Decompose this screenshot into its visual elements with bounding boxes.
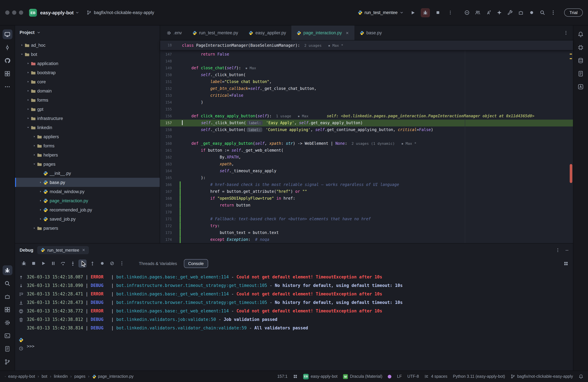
- code-line-174[interactable]: 174 except Exception: # noqa: [160, 236, 573, 243]
- ai-sparkle-icon[interactable]: [495, 8, 504, 17]
- notifications-icon[interactable]: [576, 29, 586, 39]
- tab-page_interaction.py[interactable]: page_interaction.py: [291, 25, 354, 40]
- tab-.env[interactable]: .env: [161, 25, 187, 40]
- run-button[interactable]: [408, 8, 418, 17]
- tree-item-page_interaction.py[interactable]: page_interaction.py: [15, 196, 160, 205]
- tree-item-pages[interactable]: pages: [15, 159, 160, 169]
- tree-item-__init__.py[interactable]: __init__.py: [15, 169, 160, 178]
- tree-chevron-icon[interactable]: [25, 125, 31, 130]
- code-line-156[interactable]: 156 def click_easy_apply_button(self): 1…: [160, 113, 573, 120]
- code-line-167[interactable]: 167 href = button.get_attribute("href") …: [160, 188, 573, 195]
- tree-chevron-icon[interactable]: [19, 42, 24, 48]
- tree-item-linkedin[interactable]: linkedin: [15, 123, 160, 132]
- python-console-icon[interactable]: [17, 336, 24, 344]
- close-window-icon[interactable]: [5, 10, 9, 15]
- tree-chevron-icon[interactable]: [31, 134, 37, 139]
- tree-chevron-icon[interactable]: [25, 106, 31, 112]
- tree-item-recommended_job.py[interactable]: recommended_job.py: [15, 205, 160, 214]
- tree-item-bot[interactable]: bot: [15, 50, 160, 59]
- tree-chevron-icon[interactable]: [31, 226, 37, 231]
- code-line-151[interactable]: 151 label="Close chat button",: [160, 78, 573, 85]
- breadcrumb-item[interactable]: pages: [74, 374, 85, 379]
- stripe-mark[interactable]: [570, 54, 572, 55]
- code-line-159[interactable]: 159: [160, 133, 573, 140]
- more-tool-windows-icon[interactable]: [2, 82, 12, 91]
- debug-button[interactable]: [421, 8, 430, 17]
- close-tab-icon[interactable]: [345, 31, 349, 35]
- debugger-icon[interactable]: [2, 265, 12, 275]
- step-into-icon[interactable]: [69, 259, 77, 267]
- code-line-153[interactable]: 153 critical=False: [160, 92, 573, 99]
- project-icon[interactable]: [2, 29, 12, 39]
- view-breakpoints-icon[interactable]: [98, 259, 106, 267]
- code-line-150[interactable]: 150 self._click_button(: [160, 72, 573, 78]
- tree-item-bootstrap[interactable]: bootstrap: [15, 68, 160, 77]
- tree-chevron-icon[interactable]: [38, 198, 43, 203]
- tree-item-domain[interactable]: domain: [15, 86, 160, 95]
- ai-assistant-icon[interactable]: [576, 82, 586, 91]
- code-line-154[interactable]: 154 ): [160, 99, 573, 106]
- python-interpreter[interactable]: Python 3.11 (easy-apply-bot): [453, 374, 505, 379]
- settings-icon[interactable]: [2, 318, 12, 327]
- code-line-161[interactable]: 161 if button := self._get_web_element(: [160, 147, 573, 154]
- rerun-debug-icon[interactable]: [20, 259, 28, 267]
- run-config-selector[interactable]: run_test_mentee: [358, 10, 404, 15]
- status-indicator-icon[interactable]: [527, 8, 536, 17]
- code-line-169[interactable]: 169 return button: [160, 202, 573, 209]
- clear-all-icon[interactable]: [17, 315, 24, 324]
- step-out-icon[interactable]: [88, 259, 96, 267]
- more-options-icon[interactable]: [549, 8, 558, 17]
- step-over-icon[interactable]: [59, 259, 67, 267]
- color-scheme-dot-icon[interactable]: [388, 375, 392, 378]
- tree-chevron-icon[interactable]: [31, 143, 37, 148]
- code-line-163[interactable]: 163 xpath,: [160, 161, 573, 168]
- breadcrumb-item[interactable]: bot: [42, 374, 47, 379]
- code-line-172[interactable]: 172 try:: [160, 223, 573, 229]
- tree-chevron-icon[interactable]: [25, 61, 31, 66]
- tree-item-modal_window.py[interactable]: modal_window.py: [15, 187, 160, 196]
- project-selector[interactable]: easy-apply-bot: [40, 10, 80, 15]
- project-panel-header[interactable]: Project: [15, 25, 160, 39]
- print-icon[interactable]: [17, 307, 24, 315]
- tree-item-ad_hoc[interactable]: ad_hoc: [15, 41, 160, 50]
- soft-wrap-icon[interactable]: [17, 290, 24, 298]
- tree-chevron-icon[interactable]: [25, 97, 31, 103]
- code-line-158[interactable]: 158 self._click_button(label: 'Continue …: [160, 127, 573, 133]
- ai-chat-icon[interactable]: [576, 42, 586, 52]
- tree-chevron-icon[interactable]: [38, 189, 43, 194]
- window-controls[interactable]: [5, 10, 23, 15]
- editor-scrollbar[interactable]: [569, 50, 573, 243]
- file-encoding[interactable]: UTF-8: [407, 374, 419, 379]
- code-line-157[interactable]: 157 self._click_button(label: 'Easy Appl…: [160, 120, 573, 127]
- notifications-bell-icon[interactable]: [579, 374, 583, 379]
- search-everywhere-icon[interactable]: [538, 8, 547, 17]
- indent-setting[interactable]: 4 spaces: [424, 374, 447, 379]
- debug-session-tab[interactable]: run_test_mentee: [37, 246, 89, 254]
- theme-selector[interactable]: M Dracula (Material): [343, 374, 382, 379]
- down-the-stack-icon[interactable]: [17, 281, 24, 290]
- code-line-173[interactable]: 173 button_text = button.text: [160, 229, 573, 236]
- tree-chevron-icon[interactable]: [38, 180, 43, 185]
- code-line-166[interactable]: 166 # href-based check is the most relia…: [160, 181, 573, 188]
- breadcrumb-item[interactable]: easy-apply-bot: [8, 374, 35, 379]
- database-icon[interactable]: [576, 56, 586, 65]
- selection-grid-icon[interactable]: [293, 374, 298, 379]
- code-line-170[interactable]: 170: [160, 209, 573, 216]
- tree-chevron-icon[interactable]: [25, 79, 31, 84]
- tree-chevron-icon[interactable]: [19, 52, 24, 57]
- statusbar-project[interactable]: EB easy-apply-bot: [303, 374, 337, 379]
- version-control-icon[interactable]: [2, 357, 12, 367]
- trial-button[interactable]: Trial: [564, 8, 583, 17]
- code-line-165[interactable]: 165 ):: [160, 174, 573, 181]
- code-line-171[interactable]: 171 # Fallback: text-based check for <bu…: [160, 216, 573, 223]
- commit-icon[interactable]: [2, 42, 12, 52]
- tree-item-parsers[interactable]: parsers: [15, 224, 160, 233]
- github-icon[interactable]: [2, 56, 12, 65]
- breadcrumb-item[interactable]: linkedin: [54, 374, 68, 379]
- code-line-160[interactable]: 160 def _get_easy_apply_button(self, xpa…: [160, 140, 573, 147]
- tab-options-icon[interactable]: [559, 30, 573, 35]
- debug-console[interactable]: 326-03-13 15:42:18.087 | ERROR | bot.lin…: [15, 270, 573, 371]
- scroll-to-end-icon[interactable]: [17, 298, 24, 307]
- plugins-icon[interactable]: [516, 8, 525, 17]
- maximize-window-icon[interactable]: [19, 10, 23, 15]
